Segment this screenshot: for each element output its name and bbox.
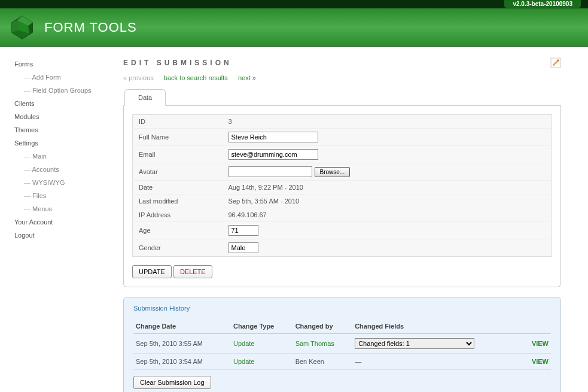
label-avatar: Avatar xyxy=(133,163,223,181)
value-date: Aug 14th, 9:22 PM - 2010 xyxy=(223,181,552,195)
version-bar: v2.0.3-beta-20100903 xyxy=(0,0,588,8)
hist-fields-select[interactable]: Changed fields: 1 xyxy=(355,338,474,349)
sidebar: Forms Add Form Field Option Groups Clien… xyxy=(7,57,115,392)
sidebar-item-forms[interactable]: Forms xyxy=(7,57,115,71)
main: EDIT SUBMISSION « previous back to searc… xyxy=(115,57,569,392)
nav-prev: « previous xyxy=(123,74,154,81)
form-table: ID 3 Full Name Email Avatar Browse... xyxy=(132,114,552,257)
nav-row: « previous back to search results next » xyxy=(123,74,561,81)
app-title: FORM TOOLS xyxy=(44,20,137,35)
label-modified: Last modified xyxy=(133,195,223,208)
history-panel: Submission History Change Date Change Ty… xyxy=(123,297,561,392)
hist-view-link[interactable]: VIEW xyxy=(532,358,549,365)
input-gender[interactable] xyxy=(229,242,258,253)
sidebar-item-clients[interactable]: Clients xyxy=(7,97,115,110)
sidebar-item-logout[interactable]: Logout xyxy=(7,229,115,242)
input-age[interactable] xyxy=(229,225,258,236)
value-ip: 96.49.106.67 xyxy=(223,208,552,222)
sidebar-item-wysiwyg[interactable]: WYSIWYG xyxy=(7,176,115,189)
sidebar-item-main[interactable]: Main xyxy=(7,150,115,163)
sidebar-item-themes[interactable]: Themes xyxy=(7,123,115,136)
tab-data[interactable]: Data xyxy=(124,89,166,106)
hist-header-type: Change Type xyxy=(231,319,293,334)
hist-header-fields: Changed Fields xyxy=(352,319,522,334)
clear-log-button[interactable]: Clear Submission Log xyxy=(133,376,211,389)
label-date: Date xyxy=(133,181,223,195)
page-title: EDIT SUBMISSION xyxy=(123,59,232,67)
sidebar-item-files[interactable]: Files xyxy=(7,189,115,202)
logo-icon xyxy=(8,14,36,41)
hist-by: Ben Keen xyxy=(293,354,353,370)
hist-fields-dash: — xyxy=(352,354,522,370)
label-gender: Gender xyxy=(133,239,223,257)
value-modified: Sep 5th, 3:55 AM - 2010 xyxy=(223,195,552,208)
sidebar-item-modules[interactable]: Modules xyxy=(7,110,115,123)
sidebar-item-accounts[interactable]: Accounts xyxy=(7,163,115,176)
label-fullname: Full Name xyxy=(133,129,223,146)
delete-button[interactable]: DELETE xyxy=(173,265,212,278)
browse-button[interactable]: Browse... xyxy=(315,167,351,177)
input-avatar[interactable] xyxy=(229,166,312,177)
hist-date: Sep 5th, 2010 3:54 AM xyxy=(133,354,231,370)
hist-header-date: Change Date xyxy=(133,319,231,334)
hist-type-link[interactable]: Update xyxy=(233,340,254,347)
sidebar-item-add-form[interactable]: Add Form xyxy=(7,71,115,84)
hist-date: Sep 5th, 2010 3:55 AM xyxy=(133,334,231,354)
history-row: Sep 5th, 2010 3:54 AM Update Ben Keen — … xyxy=(133,354,551,370)
history-title: Submission History xyxy=(133,305,551,312)
hist-type-link[interactable]: Update xyxy=(233,358,254,365)
value-id: 3 xyxy=(223,115,552,129)
update-button[interactable]: UPDATE xyxy=(132,265,172,278)
label-ip: IP Address xyxy=(133,208,223,222)
label-age: Age xyxy=(133,222,223,239)
hist-header-by: Changed by xyxy=(293,319,353,334)
label-id: ID xyxy=(133,115,223,129)
nav-back[interactable]: back to search results xyxy=(164,74,228,81)
sidebar-item-menus[interactable]: Menus xyxy=(7,202,115,215)
version-badge: v2.0.3-beta-20100903 xyxy=(504,0,581,8)
sidebar-item-field-option-groups[interactable]: Field Option Groups xyxy=(7,84,115,97)
form-panel: ID 3 Full Name Email Avatar Browse... xyxy=(123,106,561,287)
history-row: Sep 5th, 2010 3:55 AM Update Sam Thomas … xyxy=(133,334,551,354)
hist-view-link[interactable]: VIEW xyxy=(532,340,549,347)
tab-bar: Data xyxy=(123,89,561,106)
input-email[interactable] xyxy=(229,149,318,160)
sidebar-item-your-account[interactable]: Your Account xyxy=(7,215,115,229)
header: FORM TOOLS xyxy=(0,8,588,47)
hist-by-link[interactable]: Sam Thomas xyxy=(295,340,334,347)
input-fullname[interactable] xyxy=(229,132,318,142)
nav-next[interactable]: next » xyxy=(238,74,256,81)
history-table: Change Date Change Type Changed by Chang… xyxy=(133,319,551,370)
edit-icon[interactable] xyxy=(550,57,561,68)
sidebar-item-settings[interactable]: Settings xyxy=(7,136,115,150)
label-email: Email xyxy=(133,146,223,163)
